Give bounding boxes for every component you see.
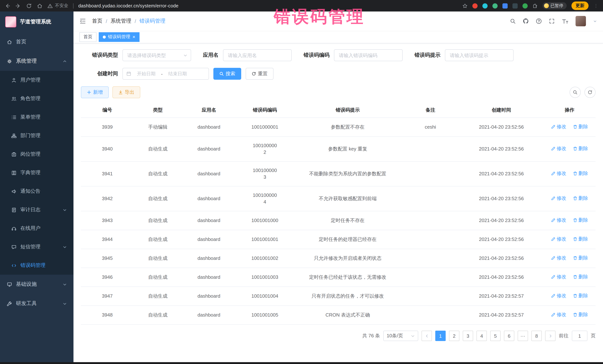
- browser-update-button[interactable]: 更新: [571, 1, 589, 10]
- reload-icon[interactable]: [26, 3, 32, 9]
- help-icon[interactable]: [536, 18, 542, 24]
- delete-link[interactable]: 删除: [573, 170, 588, 177]
- edit-link[interactable]: 修改: [551, 274, 566, 280]
- delete-link[interactable]: 删除: [573, 255, 588, 261]
- menu-fold-icon[interactable]: [79, 18, 86, 24]
- extension-vue-icon[interactable]: [492, 3, 498, 8]
- edit-link[interactable]: 修改: [551, 311, 566, 318]
- app-name-input[interactable]: [223, 50, 291, 61]
- fullscreen-icon[interactable]: [549, 18, 555, 24]
- page-size-select[interactable]: 10条/页: [383, 331, 418, 341]
- sidebar-item-home[interactable]: 首页: [0, 32, 73, 52]
- breadcrumb-home[interactable]: 首页: [92, 18, 103, 24]
- extension-red-icon[interactable]: [472, 3, 477, 8]
- end-date-input[interactable]: [164, 71, 191, 76]
- start-date-input[interactable]: [133, 71, 159, 76]
- paused-badge[interactable]: 已暂停: [542, 2, 567, 9]
- more-pages-button[interactable]: ···: [518, 331, 528, 341]
- extensions-puzzle-icon[interactable]: [532, 3, 537, 8]
- extension-teal-drop-icon[interactable]: [482, 3, 487, 8]
- breadcrumb-system[interactable]: 系统管理: [111, 18, 131, 24]
- toggle-search-icon[interactable]: [570, 87, 581, 98]
- delete-link[interactable]: 删除: [573, 274, 588, 280]
- sidebar-item-audit-logs[interactable]: 审计日志: [0, 200, 73, 219]
- page-button-5[interactable]: 5: [490, 331, 500, 341]
- edit-link[interactable]: 修改: [551, 255, 566, 261]
- export-button[interactable]: 导出: [112, 86, 140, 98]
- sidebar-item-roles[interactable]: 角色管理: [0, 89, 73, 108]
- sidebar-item-system[interactable]: 系统管理: [0, 52, 73, 71]
- page-button-8[interactable]: 8: [531, 331, 542, 341]
- sidebar-item-label: 字典管理: [20, 169, 40, 176]
- address-url[interactable]: dashboard.yudao.iocoder.cn/system/error-…: [78, 3, 178, 8]
- caret-down-icon[interactable]: [593, 19, 597, 23]
- star-bookmark-icon[interactable]: [462, 3, 467, 8]
- delete-link[interactable]: 删除: [573, 145, 588, 152]
- error-hint-field[interactable]: [445, 49, 514, 61]
- sidebar-item-infrastructure[interactable]: 基础设施: [0, 275, 73, 294]
- security-indicator[interactable]: 不安全: [47, 3, 68, 9]
- edit-link[interactable]: 修改: [551, 292, 566, 299]
- sidebar-item-error-code[interactable]: 错误码管理: [0, 256, 73, 275]
- page-button-2[interactable]: 2: [449, 331, 459, 341]
- extension-green-icon[interactable]: [522, 3, 527, 8]
- create-time-range-picker[interactable]: -: [122, 68, 209, 80]
- search-icon[interactable]: [510, 18, 516, 24]
- error-code-field[interactable]: [334, 49, 403, 61]
- page-button-4[interactable]: 4: [476, 331, 487, 341]
- sidebar-item-notices[interactable]: 通知公告: [0, 182, 73, 200]
- error-type-select-input[interactable]: [123, 50, 191, 61]
- page-button-1[interactable]: 1: [435, 331, 446, 341]
- error-type-select[interactable]: [122, 49, 191, 61]
- delete-link[interactable]: 删除: [573, 311, 588, 318]
- close-icon[interactable]: ×: [132, 34, 135, 39]
- extension-blue-icon[interactable]: [502, 3, 508, 8]
- delete-link[interactable]: 删除: [573, 292, 588, 299]
- delete-link[interactable]: 删除: [573, 217, 588, 223]
- page-button-6[interactable]: 6: [504, 331, 514, 341]
- sidebar-item-online-users[interactable]: 在线用户: [0, 219, 73, 238]
- prev-page-button[interactable]: [422, 331, 432, 341]
- filter-form: 错误码类型 应用名 错误码编码: [81, 49, 596, 80]
- edit-link[interactable]: 修改: [551, 170, 566, 177]
- user-avatar[interactable]: [576, 16, 586, 26]
- add-button[interactable]: 新增: [81, 86, 109, 98]
- cell-id: 3942: [81, 186, 134, 211]
- delete-link[interactable]: 删除: [573, 195, 588, 202]
- back-icon[interactable]: [4, 3, 10, 9]
- edit-link[interactable]: 修改: [551, 217, 566, 223]
- sidebar-item-menus[interactable]: 菜单管理: [0, 108, 73, 126]
- edit-link[interactable]: 修改: [551, 145, 566, 152]
- search-button[interactable]: 搜索: [213, 68, 241, 80]
- edit-link[interactable]: 修改: [551, 123, 566, 130]
- reset-button[interactable]: 重置: [246, 68, 274, 80]
- tab-home[interactable]: 首页: [79, 32, 96, 42]
- delete-link[interactable]: 删除: [573, 236, 588, 243]
- forward-icon[interactable]: [15, 3, 21, 9]
- filter-time-label: 创建时间: [87, 70, 118, 77]
- sidebar-item-devtools[interactable]: 研发工具: [0, 294, 73, 313]
- github-icon[interactable]: [523, 18, 529, 24]
- edit-link[interactable]: 修改: [551, 195, 566, 202]
- error-code-input[interactable]: [334, 50, 402, 61]
- more-menu-icon[interactable]: [593, 3, 599, 8]
- sidebar-logo[interactable]: 芋道管理系统: [0, 11, 73, 32]
- sidebar-item-users[interactable]: 用户管理: [0, 71, 73, 89]
- tab-error-code[interactable]: 错误码管理 ×: [99, 32, 139, 42]
- next-page-button[interactable]: [545, 331, 556, 341]
- app-name-field[interactable]: [223, 49, 292, 61]
- error-hint-input[interactable]: [445, 50, 513, 61]
- browser-home-icon[interactable]: [37, 3, 43, 9]
- font-size-icon[interactable]: [562, 18, 568, 24]
- sidebar-item-dictionary[interactable]: 字典管理: [0, 164, 73, 182]
- delete-link[interactable]: 删除: [573, 123, 588, 130]
- sidebar-item-posts[interactable]: 岗位管理: [0, 145, 73, 164]
- cell-hint: CRON 表达式不正确: [294, 306, 402, 325]
- extension-switch-icon[interactable]: [512, 3, 517, 8]
- edit-link[interactable]: 修改: [551, 236, 566, 243]
- sidebar-item-sms[interactable]: 短信管理: [0, 238, 73, 256]
- refresh-icon[interactable]: [584, 87, 596, 98]
- goto-page-input[interactable]: [572, 331, 587, 341]
- page-button-3[interactable]: 3: [463, 331, 473, 341]
- sidebar-item-departments[interactable]: 部门管理: [0, 126, 73, 145]
